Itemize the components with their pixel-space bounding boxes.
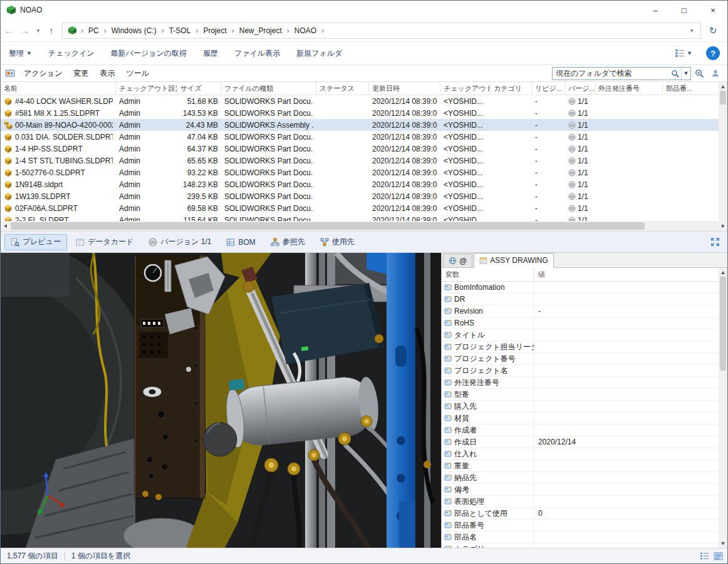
thumbnail-view-button[interactable]	[711, 550, 725, 562]
command-button[interactable]: チェックイン	[40, 42, 103, 64]
file-row[interactable]: #4-40 LOCK WASHER.SLDPRT Admin 51.68 KB …	[1, 95, 720, 107]
variable-row[interactable]: 外注発注番号	[442, 377, 720, 389]
variable-row[interactable]: Revision -	[442, 305, 720, 317]
scroll-left-icon[interactable]	[1, 221, 9, 231]
organize-button[interactable]: 整理 ▼	[1, 42, 40, 64]
scrollbar-thumb[interactable]	[720, 277, 726, 371]
preview-tab[interactable]: 参照先	[264, 234, 311, 250]
file-row[interactable]: 02FA06A.SLDPRT Admin 69.58 KB SOLIDWORKS…	[1, 202, 720, 214]
column-header[interactable]: リビジ...	[532, 82, 565, 95]
variable-row[interactable]: 納品先	[442, 472, 720, 484]
column-header[interactable]: 外注発注番号	[595, 82, 663, 95]
minimize-button[interactable]: –	[641, 1, 670, 19]
file-row[interactable]: 0.031 DIA. SOLDER.SLDPRT Admin 47.04 KB …	[1, 131, 720, 143]
forward-button[interactable]: →	[17, 23, 33, 39]
file-row[interactable]: 1-4 HP-SS.SLDPRT Admin 64.37 KB SOLIDWOR…	[1, 143, 720, 155]
column-header[interactable]: ファイルの種類	[221, 82, 316, 95]
file-row[interactable]: 1-4 ST STL TUBING.SLDPRT Admin 65.65 KB …	[1, 155, 720, 167]
maximize-button[interactable]: □	[670, 1, 699, 19]
menu-item[interactable]: 表示	[94, 65, 120, 81]
breadcrumb-segment[interactable]: PC ›	[85, 26, 108, 35]
variable-row[interactable]: 作成者	[442, 424, 720, 436]
help-button[interactable]: ?	[706, 46, 720, 60]
scroll-right-icon[interactable]	[719, 221, 727, 231]
file-row[interactable]: 1N914B.sldprt Admin 148.23 KB SOLIDWORKS…	[1, 178, 720, 190]
column-variable[interactable]: 変数	[442, 268, 534, 281]
command-button[interactable]: 新規フォルダ	[288, 42, 350, 64]
preview-tab[interactable]: バージョン 1/1	[142, 234, 217, 250]
breadcrumb-segment[interactable]: T-SOL ›	[165, 26, 200, 35]
variable-row[interactable]: 仕入れ	[442, 448, 720, 460]
file-row[interactable]: #581 M8 X 1.25.SLDPRT Admin 143.53 KB SO…	[1, 107, 720, 119]
scrollbar-thumb[interactable]	[11, 222, 645, 230]
variable-row[interactable]: 表面処理	[442, 496, 720, 508]
preview-tab[interactable]: 使用先	[314, 234, 361, 250]
variable-row[interactable]: 備考	[442, 484, 720, 496]
menu-item[interactable]: 変更	[68, 65, 94, 81]
column-header[interactable]: チェックアウトさ...	[440, 82, 491, 95]
command-button[interactable]: ファイル表示	[226, 42, 288, 64]
variable-row[interactable]: 重量	[442, 460, 720, 472]
variable-row[interactable]: プロジェクト番号	[442, 353, 720, 365]
recent-locations-dropdown[interactable]: ▾	[33, 23, 43, 39]
preview-3d-viewport[interactable]	[1, 253, 441, 548]
search-input[interactable]	[553, 69, 668, 78]
column-header[interactable]: バージ...	[565, 82, 595, 95]
preview-tab[interactable]: プレビュー	[4, 234, 67, 250]
menu-item[interactable]: ツール	[120, 65, 155, 81]
breadcrumb-segment[interactable]: NOAO ›	[291, 26, 325, 35]
column-value[interactable]: 値	[534, 268, 720, 281]
variable-row[interactable]: 型番	[442, 389, 720, 401]
preview-tab[interactable]: データカード	[70, 234, 140, 250]
up-button[interactable]: ↑	[43, 23, 60, 39]
breadcrumb-segment[interactable]: Project ›	[199, 26, 235, 35]
tab-assy-drawing[interactable]: ASSY DRAWING	[474, 253, 554, 268]
column-header[interactable]: チェックアウト設定者	[116, 82, 177, 95]
column-header[interactable]: 名前	[1, 82, 116, 95]
column-header[interactable]: 部品番...	[663, 82, 720, 95]
variable-row[interactable]: カテゴリ	[442, 543, 720, 548]
file-list-scrollbar[interactable]	[719, 82, 727, 221]
scroll-up-icon[interactable]	[719, 268, 727, 277]
column-header[interactable]: ステータス	[316, 82, 369, 95]
variable-row[interactable]: プロジェクト名	[442, 365, 720, 377]
file-row[interactable]: 2-2 EL.SLDPRT Admin 115.64 KB SOLIDWORKS…	[1, 214, 720, 221]
variable-row[interactable]: 購入先	[442, 401, 720, 413]
variable-row[interactable]: 材質	[442, 413, 720, 424]
variable-row[interactable]: プロジェクト担当リーダー	[442, 341, 720, 353]
file-row[interactable]: 00-Main 89-NOAO-4200-0002... Admin 24.43…	[1, 119, 720, 131]
variable-row[interactable]: 部品番号	[442, 520, 720, 531]
fullscreen-button[interactable]	[707, 235, 722, 250]
variable-row[interactable]: 作成日 2020/12/14	[442, 436, 720, 448]
scroll-up-icon[interactable]	[719, 82, 727, 91]
column-header[interactable]: サイズ	[177, 82, 221, 95]
command-button[interactable]: 最新バージョンの取得	[103, 42, 195, 64]
file-row[interactable]: 1W139.SLDPRT Admin 239.5 KB SOLIDWORKS P…	[1, 190, 720, 202]
horizontal-scrollbar[interactable]	[1, 221, 727, 231]
variable-row[interactable]: 部品名	[442, 531, 720, 543]
tab-globe[interactable]: @	[443, 254, 472, 267]
command-button[interactable]: 履歴	[195, 42, 226, 64]
variable-row[interactable]: BomInfomation	[442, 282, 720, 294]
back-button[interactable]: ←	[1, 23, 17, 39]
search-button[interactable]	[668, 68, 681, 79]
refresh-button[interactable]: ↻	[704, 23, 722, 39]
search-dropdown[interactable]: ▼	[681, 68, 690, 79]
change-view-button[interactable]: ▼	[670, 49, 697, 58]
column-header[interactable]: カテゴリ	[491, 82, 532, 95]
variable-row[interactable]: RoHS	[442, 317, 720, 329]
variable-row[interactable]: 部品として使用 0	[442, 508, 720, 520]
menu-item[interactable]: アクション	[18, 65, 68, 81]
scrollbar-thumb[interactable]	[720, 91, 726, 105]
breadcrumb-segment[interactable]: New_Project ›	[236, 26, 291, 35]
data-card-scrollbar[interactable]	[719, 268, 727, 548]
user-button[interactable]	[707, 66, 724, 80]
variable-row[interactable]: DR	[442, 294, 720, 305]
details-view-button[interactable]	[697, 550, 711, 562]
preview-tab[interactable]: BOM	[220, 234, 261, 250]
file-row[interactable]: 1-502776-0.SLDPRT Admin 93.22 KB SOLIDWO…	[1, 167, 720, 178]
scroll-down-icon[interactable]	[719, 539, 727, 548]
breadcrumb-segment[interactable]: Windows (C:) ›	[108, 26, 165, 35]
search-tool-button[interactable]	[691, 66, 707, 80]
column-header[interactable]: 更新日時	[369, 82, 440, 95]
